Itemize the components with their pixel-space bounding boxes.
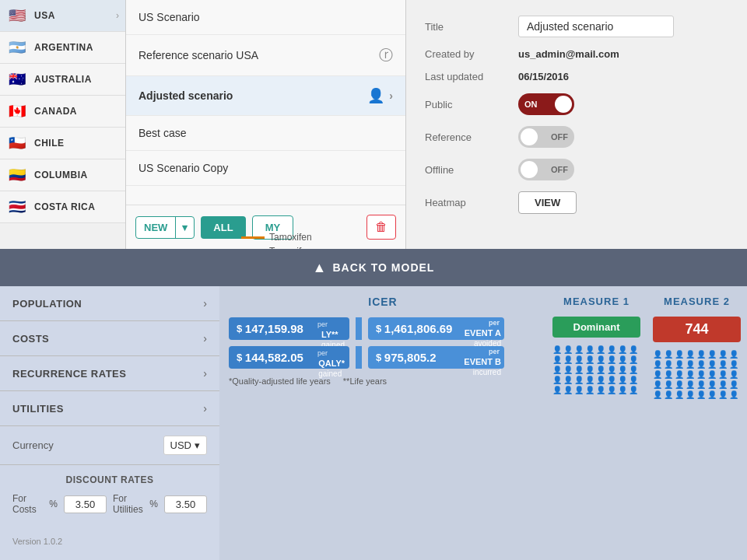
sidebar-item-columbia[interactable]: 🇨🇴 COLUMBIA (0, 159, 125, 191)
person-icon-red: 👤 (729, 350, 738, 359)
details-panel: Title Created by us_admin@mail.com Last … (406, 0, 747, 249)
person-icon-red: 👤 (696, 360, 706, 369)
person-icon: 👤 (574, 386, 584, 394)
icer-dollar-2: $ (376, 323, 384, 334)
person-icon-red: 👤 (707, 380, 717, 389)
sidebar-item-costa-rica[interactable]: 🇨🇷 COSTA RICA (0, 191, 125, 223)
country-name-australia: AUSTRALIA (34, 74, 92, 85)
person-icon-red: 👤 (675, 370, 684, 379)
legend-row-1: Tamoxifen (241, 232, 314, 243)
person-icon: 👤 (618, 386, 627, 394)
dominant-badge: Dominant (552, 317, 640, 338)
public-toggle[interactable]: ON (518, 93, 574, 115)
currency-select[interactable]: USD ▾ (163, 436, 207, 455)
currency-row: Currency USD ▾ (0, 426, 219, 465)
nav-population-label: POPULATION (12, 298, 82, 310)
scenario-adjusted-label: Adjusted scenario (139, 89, 233, 102)
scenario-panel: US Scenario Reference scenario USA ⓡ Adj… (126, 0, 406, 249)
scenario-adjusted[interactable]: Adjusted scenario 👤 › (126, 76, 405, 116)
reference-toggle[interactable]: OFF (518, 126, 574, 148)
offline-toggle[interactable]: OFF (518, 159, 574, 180)
sidebar-item-chile[interactable]: 🇨🇱 CHILE (0, 128, 125, 159)
measure1-header: MEASURE 1 (552, 296, 640, 307)
reference-icon: ⓡ (379, 46, 393, 65)
footnote-ly: **Life years (343, 376, 387, 386)
public-row: Public ON (425, 93, 728, 115)
nav-population[interactable]: POPULATION › (0, 286, 219, 321)
person-icon: 👤 (607, 366, 616, 374)
person-icon-red: 👤 (653, 390, 662, 399)
last-updated-row: Last updated 06/15/2016 (425, 71, 728, 82)
public-toggle-knob (555, 96, 572, 113)
person-icon: 👤 (585, 386, 594, 394)
nav-recurrence-rates[interactable]: RECURRENCE RATES › (0, 356, 219, 391)
version-label: Version 1.0.2 (0, 530, 219, 552)
person-icon: 👤 (563, 345, 573, 354)
offline-row: Offline OFF (425, 159, 728, 180)
offline-label: Offline (425, 164, 518, 176)
back-arrow-icon: ▲ (313, 260, 327, 276)
nav-costs[interactable]: COSTS › (0, 321, 219, 356)
scenario-best-case-label: Best case (139, 127, 186, 139)
icer-footnotes: *Quality-adjusted life years **Life year… (229, 376, 537, 386)
costs-rate-input[interactable] (64, 495, 107, 513)
scenario-reference[interactable]: Reference scenario USA ⓡ (126, 35, 405, 76)
flag-australia: 🇦🇺 (6, 72, 28, 87)
flag-columbia: 🇨🇴 (6, 167, 28, 183)
icer-dollar-1: $ (237, 323, 245, 334)
icer-separator-1 (356, 317, 362, 340)
all-button[interactable]: ALL (201, 216, 245, 239)
delete-button[interactable]: 🗑 (366, 215, 396, 240)
person-icon: 👤 (552, 345, 562, 354)
flag-argentina: 🇦🇷 (6, 40, 28, 55)
sidebar-item-usa[interactable]: 🇺🇸 USA › (0, 0, 125, 32)
icer-amount-4: 975,805.2 (384, 351, 437, 364)
scenario-us-copy[interactable]: US Scenario Copy (126, 151, 405, 186)
heatmap-label: Heatmap (425, 197, 518, 208)
icer-amount-2: 1,461,806.69 (384, 322, 453, 335)
person-icon: 👤 (552, 355, 562, 364)
utilities-pct: % (149, 499, 158, 509)
person-icon: 👤 (574, 366, 584, 374)
adjusted-arrow: › (389, 89, 393, 102)
person-icon-red: 👤 (686, 380, 695, 389)
scenario-us-scenario[interactable]: US Scenario (126, 0, 405, 35)
heatmap-view-button[interactable]: VIEW (518, 191, 577, 214)
for-costs-label: For Costs (12, 493, 43, 515)
reference-row: Reference OFF (425, 126, 728, 148)
discount-title: DISCOUNT RATES (12, 474, 207, 485)
person-icon-red: 👤 (718, 380, 728, 389)
person-icon: 👤 (596, 345, 605, 354)
new-scenario-button[interactable]: NEW ▾ (135, 216, 195, 239)
currency-value: USD (170, 439, 191, 451)
person-icon: 👤 (629, 376, 638, 384)
nav-utilities[interactable]: UTILITIES › (0, 391, 219, 426)
back-to-model-bar[interactable]: ▲ BACK TO MODEL (0, 249, 747, 286)
discount-section: DISCOUNT RATES For Costs % For Utilities… (0, 465, 219, 530)
person-icon: 👤 (618, 355, 627, 364)
scenario-us-scenario-label: US Scenario (139, 11, 200, 23)
person-icon-red: 👤 (664, 390, 673, 399)
new-dropdown-arrow[interactable]: ▾ (175, 217, 194, 238)
title-label: Title (425, 21, 518, 33)
flag-canada: 🇨🇦 (6, 103, 28, 119)
sidebar-item-argentina[interactable]: 🇦🇷 ARGENTINA (0, 32, 125, 64)
icer-dollar-3: $ (237, 352, 245, 363)
created-by-label: Created by (425, 48, 518, 60)
sidebar-item-canada[interactable]: 🇨🇦 CANADA (0, 96, 125, 128)
new-label[interactable]: NEW (136, 217, 175, 238)
person-icon-red: 👤 (653, 370, 662, 379)
costs-chevron: › (203, 332, 207, 345)
heatmap-row: Heatmap VIEW (425, 191, 728, 214)
title-input[interactable] (518, 16, 674, 37)
utilities-rate-input[interactable] (164, 495, 207, 513)
person-icon-red: 👤 (707, 360, 717, 369)
icer-event-b-card: $ 975,805.2 per EVENT Bincurred (368, 346, 504, 369)
sidebar-item-australia[interactable]: 🇦🇺 AUSTRALIA (0, 64, 125, 96)
measure2-number: 744 (653, 317, 741, 342)
person-icon-red: 👤 (653, 360, 662, 369)
flag-chile: 🇨🇱 (6, 135, 28, 151)
scenario-best-case[interactable]: Best case (126, 116, 405, 151)
person-icon-red: 👤 (675, 390, 684, 399)
icer-separator-2 (356, 346, 362, 369)
